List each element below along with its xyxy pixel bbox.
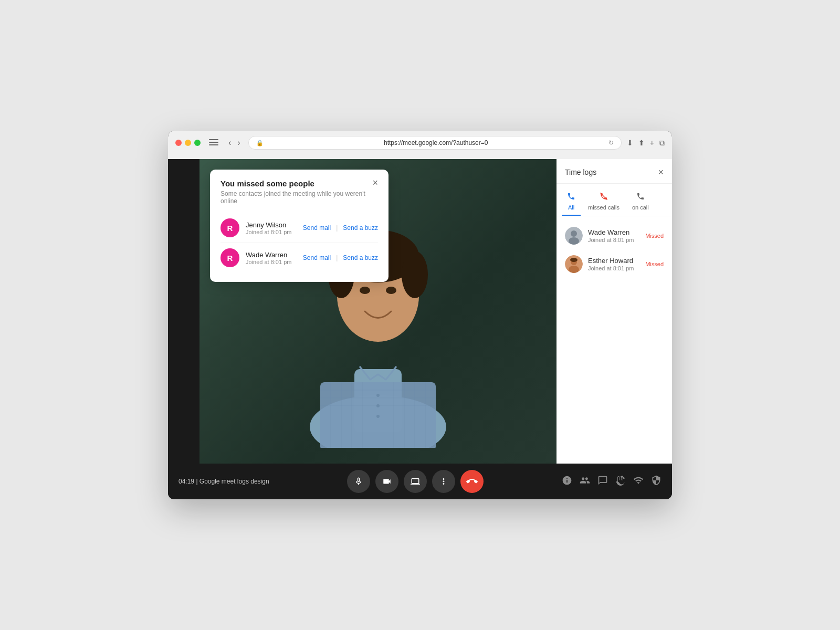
browser-titlebar: ‹ › 🔒 https://meet.google.com/?authuser=… xyxy=(175,136,665,150)
tab-missed-icon xyxy=(600,192,608,202)
contact-name-esther: Esther Howard xyxy=(588,257,640,265)
sidebar-toggle-button[interactable] xyxy=(209,139,218,146)
status-badge-wade: Missed xyxy=(645,233,664,239)
popup-header: You missed some people × xyxy=(220,179,378,188)
popup-person-info-jenny: Jenny Wilson Joined at 8:01 pm xyxy=(246,221,303,235)
contact-name-wade: Wade Warren xyxy=(588,228,640,236)
popup-actions-jenny: Send mail | Send a buzz xyxy=(303,224,378,232)
network-icon[interactable] xyxy=(633,475,644,488)
svg-point-7 xyxy=(360,287,370,294)
security-icon[interactable] xyxy=(651,475,662,488)
tab-on-call-label: on call xyxy=(632,204,649,211)
svg-point-27 xyxy=(569,237,579,245)
avatar-esther xyxy=(565,255,583,273)
browser-tabs xyxy=(175,154,665,159)
svg-point-6 xyxy=(402,251,428,298)
contact-time-esther: Joined at 8:01 pm xyxy=(588,265,640,271)
tab-all[interactable]: All xyxy=(562,189,581,216)
contact-time-wade: Joined at 8:01 pm xyxy=(588,237,640,243)
forward-button[interactable]: › xyxy=(235,137,243,149)
panel-close-button[interactable]: × xyxy=(658,167,664,177)
mic-icon xyxy=(354,477,363,486)
lock-icon: 🔒 xyxy=(256,140,264,146)
tab-on-call-icon xyxy=(636,192,645,202)
tab-on-call[interactable]: on call xyxy=(627,189,654,216)
tab-all-label: All xyxy=(568,204,574,211)
popup-subtitle: Some contacts joined the meeting while y… xyxy=(220,190,378,205)
downloads-icon[interactable]: ⬇ xyxy=(627,139,633,147)
traffic-lights xyxy=(175,140,201,146)
popup-avatar-wade: R xyxy=(220,248,239,267)
controls-right xyxy=(562,475,662,488)
chat-icon[interactable] xyxy=(597,475,608,488)
browser-actions: ⬇ ⬆ + ⧉ xyxy=(627,139,665,148)
missed-people-popup: You missed some people × Some contacts j… xyxy=(210,170,388,282)
svg-point-26 xyxy=(571,230,577,237)
svg-point-30 xyxy=(569,266,579,273)
hand-icon[interactable] xyxy=(615,475,626,488)
contact-item-wade: Wade Warren Joined at 8:01 pm Missed xyxy=(556,222,672,250)
contacts-list: Wade Warren Joined at 8:01 pm Missed xyxy=(556,216,672,284)
send-mail-wade[interactable]: Send mail xyxy=(303,254,331,261)
popup-person-1: R Jenny Wilson Joined at 8:01 pm Send ma… xyxy=(220,213,378,243)
more-icon xyxy=(439,477,448,486)
url-text: https://meet.google.com/?authuser=0 xyxy=(267,139,605,146)
tab-missed-calls[interactable]: missed calls xyxy=(583,189,625,216)
present-icon xyxy=(411,477,420,486)
popup-person-time-jenny: Joined at 8:01 pm xyxy=(246,229,303,235)
contact-info-wade: Wade Warren Joined at 8:01 pm xyxy=(588,228,640,243)
minimize-traffic-light[interactable] xyxy=(185,140,191,146)
send-buzz-jenny[interactable]: Send a buzz xyxy=(343,224,378,232)
present-button[interactable] xyxy=(404,470,427,493)
popup-close-button[interactable]: × xyxy=(372,178,378,187)
send-mail-jenny[interactable]: Send mail xyxy=(303,224,331,232)
browser-chrome: ‹ › 🔒 https://meet.google.com/?authuser=… xyxy=(168,131,672,159)
popup-person-time-wade: Joined at 8:01 pm xyxy=(246,259,303,265)
popup-actions-wade: Send mail | Send a buzz xyxy=(303,254,378,261)
camera-button[interactable] xyxy=(375,470,398,493)
info-icon[interactable] xyxy=(562,475,572,488)
more-options-button[interactable] xyxy=(432,470,455,493)
video-area: You missed some people × Some contacts j… xyxy=(200,159,556,464)
contact-item-esther: Esther Howard Joined at 8:01 pm Missed xyxy=(556,250,672,278)
svg-point-12 xyxy=(376,415,380,418)
end-call-button[interactable] xyxy=(460,470,484,493)
status-badge-esther: Missed xyxy=(645,261,664,267)
popup-person-2: R Wade Warren Joined at 8:01 pm Send mai… xyxy=(220,243,378,272)
end-call-icon xyxy=(466,476,478,487)
address-bar[interactable]: 🔒 https://meet.google.com/?authuser=0 ↻ xyxy=(248,136,622,150)
tab-missed-calls-label: missed calls xyxy=(588,204,620,211)
popup-title: You missed some people xyxy=(220,179,314,188)
svg-point-31 xyxy=(570,258,578,262)
nav-buttons: ‹ › xyxy=(226,137,243,149)
meeting-info: 04:19 | Google meet logs design xyxy=(178,478,269,485)
avatar-letter-jenny: R xyxy=(227,224,233,233)
bottom-bar: 04:19 | Google meet logs design xyxy=(168,464,672,499)
close-traffic-light[interactable] xyxy=(175,140,182,146)
controls-center xyxy=(347,470,484,493)
back-button[interactable]: ‹ xyxy=(226,137,234,149)
popup-avatar-jenny: R xyxy=(220,218,239,237)
avatar-wade xyxy=(565,227,583,245)
address-bar-row: 🔒 https://meet.google.com/?authuser=0 ↻ xyxy=(248,136,622,150)
reload-icon[interactable]: ↻ xyxy=(608,139,614,146)
share-icon[interactable]: ⬆ xyxy=(638,139,645,147)
tab-all-icon xyxy=(567,192,575,202)
tab-overview-icon[interactable]: ⧉ xyxy=(659,139,665,148)
panel-header: Time logs × xyxy=(556,159,672,184)
people-icon[interactable] xyxy=(580,475,590,488)
microphone-button[interactable] xyxy=(347,470,370,493)
avatar-letter-wade: R xyxy=(227,254,233,262)
svg-point-10 xyxy=(376,394,380,397)
meeting-timer: 04:19 xyxy=(178,478,194,485)
popup-person-name-jenny: Jenny Wilson xyxy=(246,221,303,229)
tabs-row: All missed calls on call xyxy=(556,184,672,216)
send-buzz-wade[interactable]: Send a buzz xyxy=(343,254,378,261)
meeting-title: Google meet logs design xyxy=(200,478,269,485)
camera-icon xyxy=(382,477,392,486)
left-sidebar-strip xyxy=(168,159,200,464)
fullscreen-traffic-light[interactable] xyxy=(194,140,201,146)
contact-info-esther: Esther Howard Joined at 8:01 pm xyxy=(588,257,640,271)
browser-content: You missed some people × Some contacts j… xyxy=(168,159,672,464)
new-tab-icon[interactable]: + xyxy=(650,139,654,147)
